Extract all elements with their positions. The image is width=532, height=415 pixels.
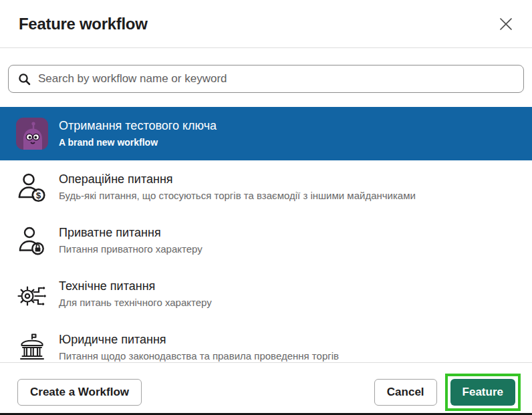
search-section xyxy=(8,65,524,93)
search-box[interactable] xyxy=(8,65,524,93)
workflow-list-item-selected[interactable]: Отримання тестового ключа A brand new wo… xyxy=(0,107,532,160)
workflow-list-item[interactable]: Приватне питання Питання приватного хара… xyxy=(0,214,532,267)
workflow-list: Отримання тестового ключа A brand new wo… xyxy=(0,107,532,362)
workflow-subtitle: Питання щодо законодавства та правила пр… xyxy=(59,350,339,362)
create-workflow-button[interactable]: Create a Workflow xyxy=(17,379,142,406)
workflow-subtitle: Для питань технічного характеру xyxy=(59,296,212,309)
modal-header: Feature workflow xyxy=(0,0,532,48)
workflow-list-item[interactable]: Технічне питання Для питань технічного х… xyxy=(0,267,532,321)
search-input[interactable] xyxy=(38,72,514,86)
workflow-subtitle: Будь-які питання, що стосуються торгів т… xyxy=(59,189,416,202)
person-money-icon: $ xyxy=(16,171,48,203)
svg-text:$: $ xyxy=(36,190,41,200)
workflow-subtitle: Питання приватного характеру xyxy=(59,243,203,256)
close-button[interactable] xyxy=(495,13,517,35)
close-icon xyxy=(499,17,513,31)
gear-circuit-icon xyxy=(16,278,48,310)
workflow-list-item[interactable]: Юридичне питання Питання щодо законодавс… xyxy=(0,321,532,362)
bank-building-icon xyxy=(16,331,48,362)
page-title: Feature workflow xyxy=(19,15,148,33)
feature-button[interactable]: Feature xyxy=(450,379,515,406)
workflow-title: Отримання тестового ключа xyxy=(59,118,217,134)
workflow-title: Приватне питання xyxy=(59,225,203,241)
person-lock-icon xyxy=(16,225,48,257)
workflow-title: Технічне питання xyxy=(59,279,212,294)
workflow-title: Юридичне питання xyxy=(59,332,339,348)
modal-footer: Create a Workflow Cancel Feature xyxy=(0,362,532,415)
workflow-title: Операційне питання xyxy=(59,172,416,187)
annotation-highlight: Feature xyxy=(445,374,521,411)
robot-avatar xyxy=(16,118,48,150)
feature-workflow-modal: Feature workflow xyxy=(0,0,532,362)
workflow-subtitle: A brand new workflow xyxy=(59,136,217,149)
workflow-list-item[interactable]: $ Операційне питання Будь-які питання, щ… xyxy=(0,160,532,214)
cancel-button[interactable]: Cancel xyxy=(374,379,437,406)
search-icon xyxy=(18,73,31,86)
